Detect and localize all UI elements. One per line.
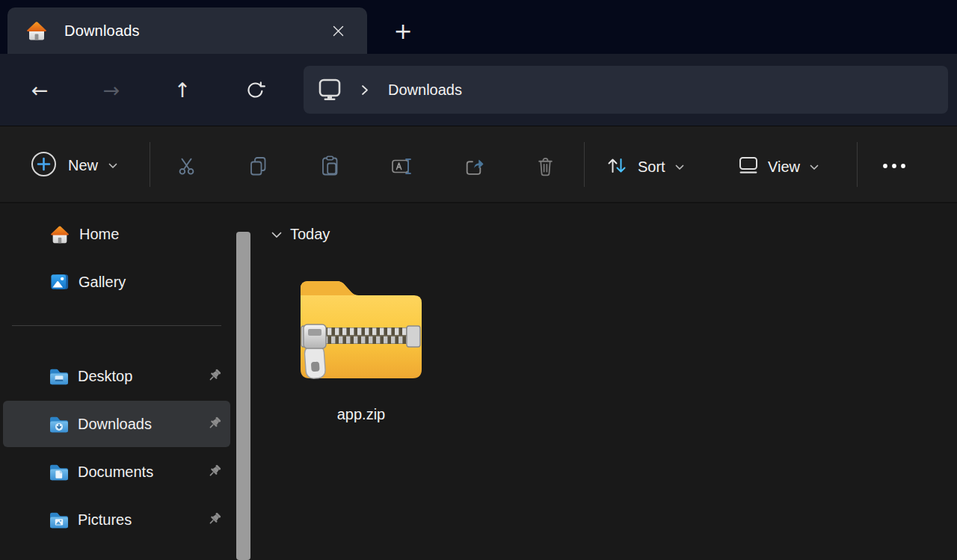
chevron-down-icon: [810, 160, 819, 173]
home-icon: [49, 224, 70, 244]
sort-arrows-icon: [606, 156, 628, 179]
monitor-icon[interactable]: [316, 78, 343, 102]
desktop-folder-icon: [49, 368, 69, 385]
more-options-button[interactable]: [873, 147, 915, 185]
forward-button[interactable]: →: [93, 72, 129, 108]
navigation-bar: ← → ↑ Downloads: [0, 54, 957, 126]
refresh-icon: [245, 80, 265, 100]
sidebar-item-downloads[interactable]: Downloads: [3, 401, 230, 447]
file-name[interactable]: app.zip: [337, 406, 386, 423]
chevron-down-icon[interactable]: [271, 228, 282, 241]
ellipsis-icon: [881, 162, 907, 170]
copy-icon: [249, 156, 268, 176]
new-button-label: New: [68, 157, 98, 174]
chevron-right-icon[interactable]: [361, 84, 369, 96]
zip-folder-icon: [298, 271, 425, 383]
circle-plus-icon: [30, 150, 58, 181]
new-button[interactable]: New: [22, 145, 125, 185]
gallery-icon: [49, 272, 70, 292]
pushpin-icon: [207, 416, 221, 431]
chevron-down-icon: [675, 160, 684, 173]
rename-button[interactable]: [381, 147, 422, 185]
pushpin-icon: [207, 512, 221, 526]
chevron-down-icon: [108, 159, 117, 172]
sidebar-item-partial[interactable]: [3, 544, 230, 560]
toolbar-divider: [584, 142, 585, 187]
group-label: Today: [290, 226, 330, 243]
refresh-button[interactable]: [237, 72, 273, 108]
pushpin-icon: [207, 369, 221, 383]
address-bar[interactable]: Downloads: [304, 66, 948, 114]
sidebar-item-gallery[interactable]: Gallery: [3, 259, 230, 305]
sort-button-label: Sort: [638, 159, 665, 176]
navigation-pane: Home Gallery: [0, 203, 257, 560]
copy-button[interactable]: [237, 147, 279, 185]
back-button[interactable]: ←: [22, 72, 58, 108]
clipboard-icon: [321, 156, 339, 176]
tab-downloads[interactable]: Downloads: [7, 7, 367, 54]
toolbar-divider: [150, 142, 150, 187]
sidebar-item-label: Desktop: [78, 368, 132, 385]
home-icon: [25, 20, 48, 41]
view-button[interactable]: View: [731, 147, 826, 187]
rename-icon: [391, 157, 413, 176]
toolbar-divider: [857, 142, 858, 187]
sort-button[interactable]: Sort: [598, 147, 692, 187]
group-header-today[interactable]: Today: [271, 226, 330, 243]
address-location: Downloads: [388, 81, 462, 99]
share-icon: [464, 156, 484, 176]
scissors-icon: [176, 156, 197, 176]
sidebar-item-label: Home: [79, 226, 119, 243]
titlebar: Downloads +: [0, 0, 957, 54]
documents-folder-icon: [49, 464, 69, 481]
view-layout-icon: [739, 156, 758, 178]
trash-icon: [536, 156, 555, 176]
sidebar-scrollbar[interactable]: [236, 232, 250, 560]
file-app-zip[interactable]: app.zip: [295, 265, 427, 423]
sidebar-item-documents[interactable]: Documents: [3, 449, 230, 495]
delete-button[interactable]: [524, 147, 566, 185]
sidebar-item-home[interactable]: Home: [3, 211, 230, 257]
paste-button[interactable]: [309, 147, 351, 185]
sidebar-item-label: Gallery: [79, 274, 126, 291]
new-tab-button[interactable]: +: [386, 13, 420, 48]
close-icon[interactable]: [324, 16, 352, 45]
pictures-folder-icon: [49, 511, 69, 529]
sidebar-item-label: Downloads: [78, 416, 152, 433]
file-explorer-window: Downloads + ← → ↑: [0, 0, 957, 560]
sidebar-divider: [12, 325, 221, 326]
cut-button[interactable]: [165, 147, 207, 185]
downloads-folder-icon: [49, 416, 69, 433]
up-button[interactable]: ↑: [164, 72, 200, 108]
sidebar-item-pictures[interactable]: Pictures: [3, 496, 230, 543]
tab-title: Downloads: [64, 22, 140, 40]
sidebar-item-label: Pictures: [78, 511, 132, 529]
command-toolbar: New: [0, 126, 957, 203]
pushpin-icon: [207, 464, 221, 479]
share-button[interactable]: [452, 147, 494, 185]
sidebar-item-desktop[interactable]: Desktop: [3, 353, 230, 399]
view-button-label: View: [768, 159, 800, 176]
files-pane: Today app.zip: [258, 203, 957, 560]
sidebar-item-label: Documents: [78, 464, 153, 481]
